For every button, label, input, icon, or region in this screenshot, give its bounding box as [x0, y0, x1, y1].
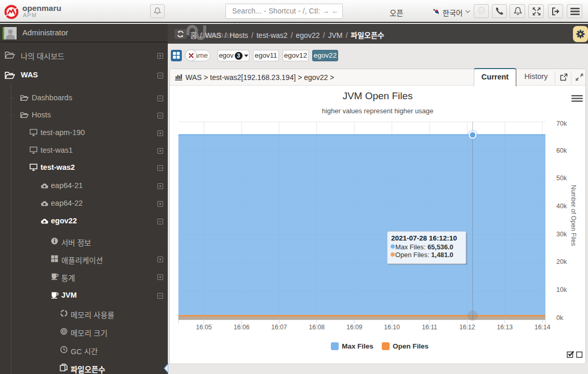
- svg-text:Max Files: 65,536.0: Max Files: 65,536.0: [395, 243, 453, 251]
- svg-text:Open Files: 1,481.0: Open Files: 1,481.0: [395, 251, 453, 259]
- svg-text:2021-07-28 16:12:10: 2021-07-28 16:12:10: [391, 234, 457, 242]
